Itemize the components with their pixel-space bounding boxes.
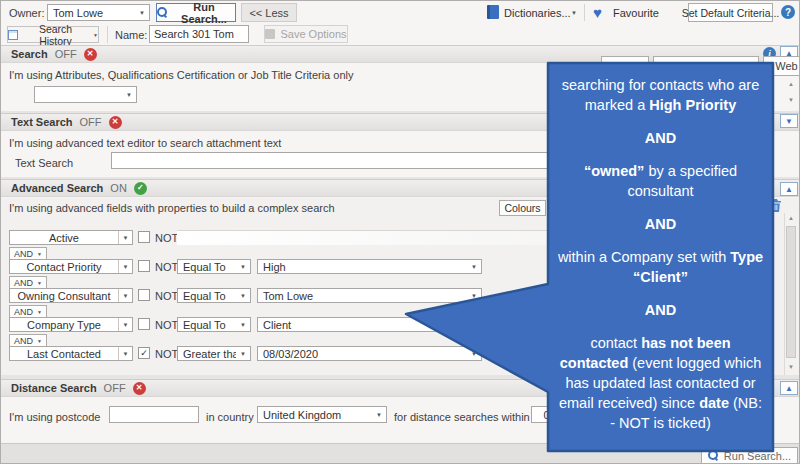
off-status-icon[interactable]: ✕ <box>109 116 122 129</box>
help-icon[interactable]: ? <box>781 5 795 19</box>
and-label: AND <box>14 336 33 346</box>
distance-search-section-state: OFF <box>104 382 126 394</box>
advanced-search-section-state: ON <box>110 182 127 194</box>
toolbar-separator <box>107 26 108 43</box>
field-select[interactable]: Contact Priority ▼ <box>9 259 133 274</box>
search-section-desc: I'm using Attributes, Qualifications Cer… <box>9 69 353 81</box>
name-label: Name: <box>115 29 147 41</box>
in-country-label: in country <box>206 411 254 423</box>
field-select[interactable]: Company Type ▼ <box>9 317 133 332</box>
and-label: AND <box>14 249 33 259</box>
not-checkbox[interactable] <box>138 260 150 272</box>
chevron-down-icon: ▼ <box>236 293 250 299</box>
chevron-up-icon: ▲ <box>785 384 793 393</box>
field-value: Contact Priority <box>10 261 118 273</box>
operator-select[interactable]: Greater than or ... ▼ <box>177 346 251 361</box>
operator-select[interactable]: Equal To ▼ <box>177 288 251 303</box>
not-label: NOT <box>155 261 178 273</box>
text-search-section-state: OFF <box>80 116 102 128</box>
field-value: Active <box>10 232 118 244</box>
scroll-down-icon[interactable]: ▼ <box>788 97 794 103</box>
scroll-down-icon[interactable]: ▼ <box>788 364 794 370</box>
field-select[interactable]: Last Contacted ▼ <box>9 346 133 361</box>
field-select[interactable]: Owning Consultant ▼ <box>9 288 133 303</box>
chevron-down-icon: ▼ <box>118 289 132 302</box>
search-section-title: Search <box>11 48 48 60</box>
toolbar-separator <box>584 4 585 21</box>
field-value: Owning Consultant <box>10 290 118 302</box>
search-history-caret-icon: ▼ <box>93 32 98 38</box>
name-input[interactable] <box>149 25 249 43</box>
off-status-icon[interactable]: ✕ <box>133 382 146 395</box>
chevron-down-icon: ▼ <box>236 322 250 328</box>
not-checkbox[interactable] <box>138 318 150 330</box>
chevron-down-icon: ▼ <box>118 260 132 273</box>
dictionaries-book-icon <box>487 5 499 19</box>
dictionaries-caret-icon[interactable]: ▼ <box>571 10 577 16</box>
callout-annotation: searching for contacts who are marked a … <box>557 75 764 446</box>
chevron-down-icon: ▼ <box>236 264 250 270</box>
and-label: AND <box>14 307 33 317</box>
callout-text-bold: date <box>699 395 729 411</box>
save-options-label: Save Options <box>280 28 346 40</box>
chevron-down-icon: ▼ <box>37 280 42 286</box>
advanced-search-collapse-button[interactable]: ▲ <box>780 182 798 196</box>
not-checkbox[interactable] <box>138 231 150 243</box>
not-checkbox[interactable] <box>138 289 150 301</box>
search-criteria-window: Owner: Tom Lowe ▼ Run Search... << Less … <box>0 0 800 464</box>
not-label: NOT <box>155 290 178 302</box>
callout-text: by a specified consultant <box>627 163 737 199</box>
checkmark-icon: ✓ <box>140 348 148 358</box>
callout-paragraph: within a Company set with Type “Client” <box>557 247 764 287</box>
search-criteria-select[interactable]: ▼ <box>34 86 137 103</box>
set-default-criteria-button[interactable]: Set Default Criteria... <box>688 3 773 22</box>
search-section-state: OFF <box>55 48 77 60</box>
save-icon <box>265 29 275 39</box>
callout-paragraph: searching for contacts who are marked a … <box>557 75 764 115</box>
text-search-collapse-button[interactable]: ▼ <box>780 114 798 128</box>
dictionaries-button[interactable]: Dictionaries... <box>504 7 571 19</box>
owner-select[interactable]: Tom Lowe ▼ <box>47 4 150 21</box>
operator-select[interactable]: Equal To ▼ <box>177 259 251 274</box>
operator-select[interactable]: Equal To ▼ <box>177 317 251 332</box>
postcode-input[interactable] <box>109 406 199 423</box>
scroll-up-icon[interactable]: ▲ <box>788 215 794 221</box>
not-checkbox-checked[interactable]: ✓ <box>138 347 150 359</box>
advanced-search-section-title: Advanced Search <box>11 182 103 194</box>
callout-and: AND <box>557 214 764 234</box>
callout-text: within a Company set with <box>558 249 730 265</box>
search-icon <box>157 7 168 18</box>
distance-search-section-title: Distance Search <box>11 382 97 394</box>
field-value: Company Type <box>10 319 118 331</box>
chevron-down-icon: ▼ <box>122 92 136 98</box>
off-status-icon[interactable]: ✕ <box>84 48 97 61</box>
text-search-field-label: Text Search <box>15 157 73 169</box>
owner-label: Owner: <box>9 7 44 19</box>
operator-value: Equal To <box>178 261 236 273</box>
scrollbar-thumb[interactable] <box>786 226 796 358</box>
search-history-label: Search History <box>23 23 88 47</box>
distance-search-collapse-button[interactable]: ▲ <box>780 381 798 395</box>
scroll-up-icon[interactable]: ▲ <box>788 81 794 87</box>
search-history-icon <box>8 30 18 40</box>
on-status-icon[interactable]: ✓ <box>134 182 147 195</box>
callout-and: AND <box>557 300 764 320</box>
less-button[interactable]: << Less <box>241 3 297 22</box>
not-label: NOT <box>155 348 178 360</box>
set-default-label: Set Default Criteria... <box>682 7 779 19</box>
run-search-label: Run Search... <box>173 1 235 25</box>
callout-text-bold: High Priority <box>649 97 736 113</box>
field-select[interactable]: Active ▼ <box>9 230 133 245</box>
chevron-down-icon: ▼ <box>118 347 132 360</box>
favourite-button[interactable]: Favourite <box>613 7 659 19</box>
text-search-section-desc: I'm using advanced text editor to search… <box>9 137 281 149</box>
field-value: Last Contacted <box>10 348 118 360</box>
search-history-button[interactable]: Search History ▼ <box>7 26 99 43</box>
callout-paragraph: “owned” by a specified consultant <box>557 161 764 201</box>
save-options-button[interactable]: Save Options <box>264 25 348 43</box>
not-label: NOT <box>155 232 178 244</box>
country-select[interactable]: United Kingdom ▼ <box>257 406 387 423</box>
run-search-button[interactable]: Run Search... <box>156 3 236 22</box>
web-button-label: Web <box>775 60 797 72</box>
chevron-down-icon: ▼ <box>118 318 132 331</box>
